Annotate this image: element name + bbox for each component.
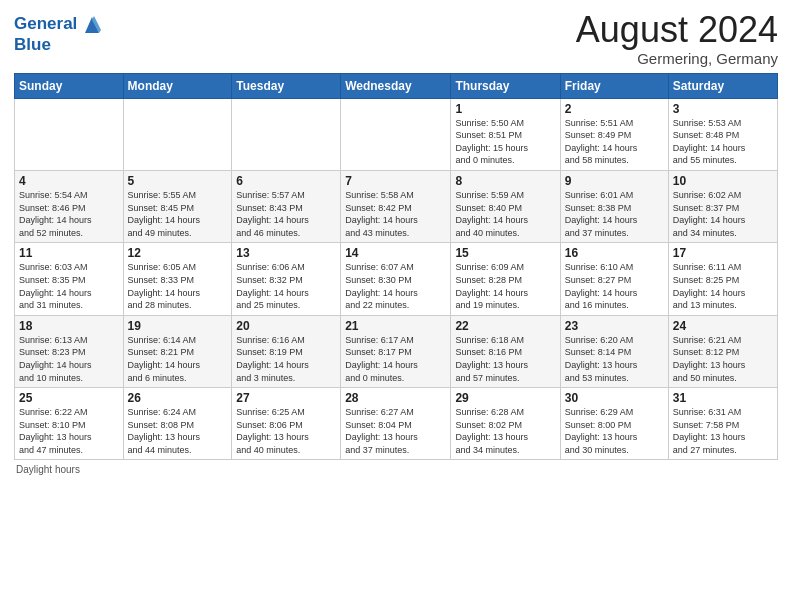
day-info: Sunrise: 6:09 AMSunset: 8:28 PMDaylight:… — [455, 261, 555, 311]
calendar-cell: 4Sunrise: 5:54 AMSunset: 8:46 PMDaylight… — [15, 170, 124, 242]
calendar-day-header: Wednesday — [341, 73, 451, 98]
calendar-cell: 5Sunrise: 5:55 AMSunset: 8:45 PMDaylight… — [123, 170, 232, 242]
calendar-cell: 7Sunrise: 5:58 AMSunset: 8:42 PMDaylight… — [341, 170, 451, 242]
day-info: Sunrise: 5:55 AMSunset: 8:45 PMDaylight:… — [128, 189, 228, 239]
day-info: Sunrise: 5:50 AMSunset: 8:51 PMDaylight:… — [455, 117, 555, 167]
calendar-cell: 31Sunrise: 6:31 AMSunset: 7:58 PMDayligh… — [668, 388, 777, 460]
calendar-cell: 13Sunrise: 6:06 AMSunset: 8:32 PMDayligh… — [232, 243, 341, 315]
calendar-cell: 15Sunrise: 6:09 AMSunset: 8:28 PMDayligh… — [451, 243, 560, 315]
calendar-cell: 16Sunrise: 6:10 AMSunset: 8:27 PMDayligh… — [560, 243, 668, 315]
calendar-cell: 17Sunrise: 6:11 AMSunset: 8:25 PMDayligh… — [668, 243, 777, 315]
day-number: 19 — [128, 319, 228, 333]
calendar-header-row: SundayMondayTuesdayWednesdayThursdayFrid… — [15, 73, 778, 98]
calendar-day-header: Sunday — [15, 73, 124, 98]
calendar-day-header: Thursday — [451, 73, 560, 98]
day-info: Sunrise: 6:03 AMSunset: 8:35 PMDaylight:… — [19, 261, 119, 311]
calendar-cell: 29Sunrise: 6:28 AMSunset: 8:02 PMDayligh… — [451, 388, 560, 460]
day-number: 8 — [455, 174, 555, 188]
day-number: 30 — [565, 391, 664, 405]
calendar-cell: 30Sunrise: 6:29 AMSunset: 8:00 PMDayligh… — [560, 388, 668, 460]
calendar-cell: 24Sunrise: 6:21 AMSunset: 8:12 PMDayligh… — [668, 315, 777, 387]
day-number: 20 — [236, 319, 336, 333]
day-number: 31 — [673, 391, 773, 405]
day-number: 23 — [565, 319, 664, 333]
day-info: Sunrise: 6:13 AMSunset: 8:23 PMDaylight:… — [19, 334, 119, 384]
day-info: Sunrise: 6:31 AMSunset: 7:58 PMDaylight:… — [673, 406, 773, 456]
day-number: 22 — [455, 319, 555, 333]
day-info: Sunrise: 6:24 AMSunset: 8:08 PMDaylight:… — [128, 406, 228, 456]
day-number: 29 — [455, 391, 555, 405]
day-number: 14 — [345, 246, 446, 260]
day-number: 4 — [19, 174, 119, 188]
day-number: 10 — [673, 174, 773, 188]
calendar-cell: 1Sunrise: 5:50 AMSunset: 8:51 PMDaylight… — [451, 98, 560, 170]
day-number: 2 — [565, 102, 664, 116]
day-number: 6 — [236, 174, 336, 188]
day-number: 3 — [673, 102, 773, 116]
day-info: Sunrise: 6:14 AMSunset: 8:21 PMDaylight:… — [128, 334, 228, 384]
day-info: Sunrise: 6:05 AMSunset: 8:33 PMDaylight:… — [128, 261, 228, 311]
day-info: Sunrise: 6:16 AMSunset: 8:19 PMDaylight:… — [236, 334, 336, 384]
title-block: August 2024 Germering, Germany — [576, 10, 778, 67]
calendar-day-header: Tuesday — [232, 73, 341, 98]
day-info: Sunrise: 5:53 AMSunset: 8:48 PMDaylight:… — [673, 117, 773, 167]
day-number: 24 — [673, 319, 773, 333]
calendar-cell: 10Sunrise: 6:02 AMSunset: 8:37 PMDayligh… — [668, 170, 777, 242]
logo: General Blue — [14, 14, 101, 54]
day-number: 21 — [345, 319, 446, 333]
calendar-cell: 14Sunrise: 6:07 AMSunset: 8:30 PMDayligh… — [341, 243, 451, 315]
day-info: Sunrise: 6:07 AMSunset: 8:30 PMDaylight:… — [345, 261, 446, 311]
calendar-cell: 9Sunrise: 6:01 AMSunset: 8:38 PMDaylight… — [560, 170, 668, 242]
day-number: 13 — [236, 246, 336, 260]
calendar-day-header: Saturday — [668, 73, 777, 98]
calendar-cell: 22Sunrise: 6:18 AMSunset: 8:16 PMDayligh… — [451, 315, 560, 387]
day-number: 18 — [19, 319, 119, 333]
day-number: 5 — [128, 174, 228, 188]
calendar-day-header: Friday — [560, 73, 668, 98]
day-number: 11 — [19, 246, 119, 260]
day-number: 16 — [565, 246, 664, 260]
day-number: 15 — [455, 246, 555, 260]
calendar-cell: 21Sunrise: 6:17 AMSunset: 8:17 PMDayligh… — [341, 315, 451, 387]
day-info: Sunrise: 5:57 AMSunset: 8:43 PMDaylight:… — [236, 189, 336, 239]
calendar-cell — [15, 98, 124, 170]
calendar-cell: 28Sunrise: 6:27 AMSunset: 8:04 PMDayligh… — [341, 388, 451, 460]
location-subtitle: Germering, Germany — [576, 50, 778, 67]
day-info: Sunrise: 6:06 AMSunset: 8:32 PMDaylight:… — [236, 261, 336, 311]
logo-icon — [83, 15, 101, 35]
calendar-cell: 2Sunrise: 5:51 AMSunset: 8:49 PMDaylight… — [560, 98, 668, 170]
calendar-week-row: 11Sunrise: 6:03 AMSunset: 8:35 PMDayligh… — [15, 243, 778, 315]
day-info: Sunrise: 6:27 AMSunset: 8:04 PMDaylight:… — [345, 406, 446, 456]
day-info: Sunrise: 6:01 AMSunset: 8:38 PMDaylight:… — [565, 189, 664, 239]
day-number: 17 — [673, 246, 773, 260]
day-info: Sunrise: 6:18 AMSunset: 8:16 PMDaylight:… — [455, 334, 555, 384]
calendar-cell: 18Sunrise: 6:13 AMSunset: 8:23 PMDayligh… — [15, 315, 124, 387]
logo-text: General Blue — [14, 14, 101, 54]
page-container: General Blue August 2024 Germering, Germ… — [0, 0, 792, 481]
calendar-cell: 19Sunrise: 6:14 AMSunset: 8:21 PMDayligh… — [123, 315, 232, 387]
calendar-cell — [341, 98, 451, 170]
day-number: 28 — [345, 391, 446, 405]
calendar-day-header: Monday — [123, 73, 232, 98]
day-info: Sunrise: 5:59 AMSunset: 8:40 PMDaylight:… — [455, 189, 555, 239]
day-number: 26 — [128, 391, 228, 405]
footer-note: Daylight hours — [14, 464, 778, 475]
calendar-week-row: 18Sunrise: 6:13 AMSunset: 8:23 PMDayligh… — [15, 315, 778, 387]
calendar-table: SundayMondayTuesdayWednesdayThursdayFrid… — [14, 73, 778, 461]
calendar-cell: 26Sunrise: 6:24 AMSunset: 8:08 PMDayligh… — [123, 388, 232, 460]
header: General Blue August 2024 Germering, Germ… — [14, 10, 778, 67]
calendar-cell: 3Sunrise: 5:53 AMSunset: 8:48 PMDaylight… — [668, 98, 777, 170]
day-info: Sunrise: 5:51 AMSunset: 8:49 PMDaylight:… — [565, 117, 664, 167]
day-number: 9 — [565, 174, 664, 188]
day-number: 27 — [236, 391, 336, 405]
calendar-cell: 20Sunrise: 6:16 AMSunset: 8:19 PMDayligh… — [232, 315, 341, 387]
calendar-cell: 6Sunrise: 5:57 AMSunset: 8:43 PMDaylight… — [232, 170, 341, 242]
calendar-cell: 25Sunrise: 6:22 AMSunset: 8:10 PMDayligh… — [15, 388, 124, 460]
day-info: Sunrise: 6:22 AMSunset: 8:10 PMDaylight:… — [19, 406, 119, 456]
calendar-week-row: 1Sunrise: 5:50 AMSunset: 8:51 PMDaylight… — [15, 98, 778, 170]
day-info: Sunrise: 6:29 AMSunset: 8:00 PMDaylight:… — [565, 406, 664, 456]
day-info: Sunrise: 6:20 AMSunset: 8:14 PMDaylight:… — [565, 334, 664, 384]
day-number: 12 — [128, 246, 228, 260]
calendar-cell — [123, 98, 232, 170]
day-info: Sunrise: 6:21 AMSunset: 8:12 PMDaylight:… — [673, 334, 773, 384]
